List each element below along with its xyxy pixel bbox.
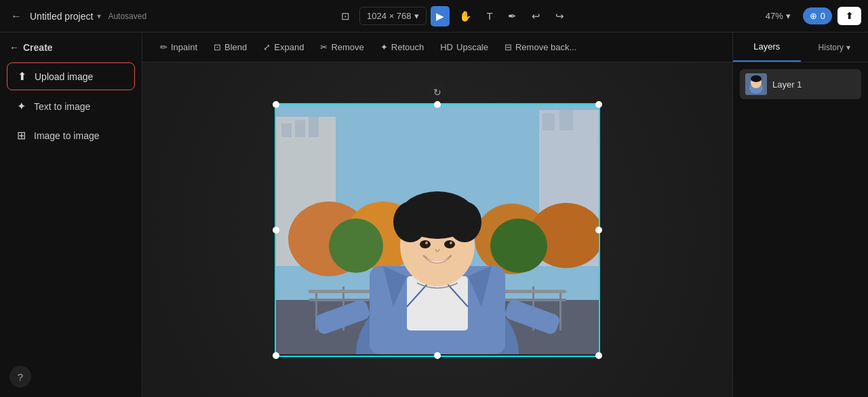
- svg-rect-4: [309, 117, 319, 137]
- svg-point-31: [393, 202, 427, 242]
- remove-bg-label: Remove back...: [515, 42, 576, 52]
- export-icon: ⬆: [846, 11, 853, 21]
- left-panel: ← Create ⬆ Upload image ✦ Text to image …: [0, 33, 142, 397]
- tab-layers[interactable]: Layers: [733, 33, 801, 62]
- svg-rect-2: [281, 124, 292, 137]
- expand-icon: ⤢: [263, 42, 271, 52]
- svg-point-34: [444, 240, 455, 248]
- main-layout: ← Create ⬆ Upload image ✦ Text to image …: [0, 33, 868, 397]
- upload-image-button[interactable]: ⬆ Upload image: [7, 62, 135, 90]
- svg-point-42: [751, 75, 762, 82]
- right-panel-tabs: Layers History ▾: [733, 33, 868, 62]
- remove-label: Remove: [331, 42, 363, 52]
- hd-icon: HD: [440, 42, 453, 52]
- blend-icon: ⊡: [214, 42, 221, 52]
- layers-tab-label: Layers: [753, 41, 780, 52]
- upload-image-icon: ⬆: [16, 70, 28, 83]
- image-to-image-label: Image to image: [34, 130, 100, 141]
- credits-button[interactable]: ⊕ 0: [803, 7, 832, 24]
- project-chevron-icon: ▾: [97, 12, 101, 21]
- svg-point-33: [420, 240, 431, 248]
- pen-tool-button[interactable]: ✒: [502, 6, 522, 26]
- blend-label: Blend: [224, 42, 247, 52]
- resolution-chevron-icon: ▾: [414, 11, 419, 21]
- select-tool-button[interactable]: ▶: [431, 6, 450, 26]
- expand-label: Expand: [274, 42, 304, 52]
- create-back-icon: ←: [9, 42, 19, 53]
- expand-button[interactable]: ⤢ Expand: [256, 39, 311, 56]
- back-button[interactable]: ←: [7, 7, 26, 25]
- zoom-value: 47%: [766, 11, 783, 21]
- svg-point-36: [450, 242, 452, 244]
- right-panel: Layers History ▾ Layer 1: [732, 33, 868, 397]
- retouch-label: Retouch: [391, 42, 424, 52]
- remove-bg-icon: ⊟: [505, 42, 512, 52]
- inpaint-icon: ✏: [160, 42, 167, 52]
- blend-button[interactable]: ⊡ Blend: [207, 39, 254, 56]
- credits-count: 0: [821, 11, 825, 21]
- svg-point-12: [329, 219, 383, 273]
- canvas-image: [275, 103, 600, 354]
- history-tab-label: History: [818, 43, 844, 52]
- svg-point-32: [448, 202, 481, 242]
- remove-button[interactable]: ✂ Remove: [313, 39, 370, 56]
- topbar-left: ← Untitled project ▾ Autosaved: [7, 7, 146, 25]
- upscale-label: Upscale: [456, 42, 488, 52]
- redo-button[interactable]: ↪: [550, 6, 570, 26]
- svg-rect-6: [542, 113, 555, 130]
- text-tool-button[interactable]: T: [481, 6, 498, 26]
- text-to-image-icon: ✦: [15, 100, 27, 113]
- svg-rect-19: [559, 290, 561, 330]
- history-chevron-icon: ▾: [846, 43, 850, 52]
- svg-rect-7: [559, 110, 573, 130]
- retouch-icon: ✦: [380, 42, 388, 52]
- zoom-level-button[interactable]: 47% ▾: [759, 7, 797, 24]
- remove-icon: ✂: [320, 42, 328, 52]
- svg-point-13: [490, 219, 547, 273]
- remove-background-button[interactable]: ⊟ Remove back...: [498, 39, 583, 56]
- layer-thumbnail: [745, 73, 767, 95]
- resolution-selector[interactable]: 1024 × 768 ▾: [359, 7, 426, 25]
- canvas-toolbar: ✏ Inpaint ⊡ Blend ⤢ Expand ✂ Remove ✦ Re…: [142, 33, 732, 62]
- canvas-image-wrapper[interactable]: ↻: [275, 103, 600, 357]
- text-to-image-label: Text to image: [34, 101, 90, 112]
- credits-icon: ⊕: [810, 11, 817, 21]
- upscale-button[interactable]: HD Upscale: [433, 39, 495, 56]
- create-header: ← Create: [0, 33, 142, 60]
- tab-history[interactable]: History ▾: [801, 33, 869, 62]
- export-button[interactable]: ⬆: [837, 7, 861, 25]
- topbar-center: ⊡ 1024 × 768 ▾ ▶ ✋ T ✒ ↩ ↪: [152, 6, 753, 26]
- text-to-image-button[interactable]: ✦ Text to image: [7, 93, 135, 119]
- fit-button[interactable]: ⊡: [336, 6, 355, 26]
- create-menu: ⬆ Upload image ✦ Text to image ⊞ Image t…: [0, 60, 142, 151]
- resolution-value: 1024 × 768: [367, 11, 411, 21]
- topbar-right: 47% ▾ ⊕ 0 ⬆: [759, 7, 861, 25]
- autosaved-status: Autosaved: [108, 12, 146, 21]
- layers-list: Layer 1: [733, 62, 868, 106]
- image-to-image-icon: ⊞: [15, 129, 27, 142]
- refresh-handle[interactable]: ↻: [428, 83, 447, 102]
- image-to-image-button[interactable]: ⊞ Image to image: [7, 122, 135, 149]
- topbar: ← Untitled project ▾ Autosaved ⊡ 1024 × …: [0, 0, 868, 33]
- retouch-button[interactable]: ✦ Retouch: [374, 39, 431, 56]
- help-button[interactable]: ?: [9, 366, 31, 387]
- svg-point-35: [425, 242, 428, 244]
- canvas-viewport[interactable]: ↻: [142, 62, 732, 397]
- panel-bottom: ?: [0, 356, 142, 397]
- upload-image-label: Upload image: [35, 71, 93, 82]
- list-item[interactable]: Layer 1: [740, 69, 861, 99]
- inpaint-button[interactable]: ✏ Inpaint: [153, 39, 204, 56]
- undo-button[interactable]: ↩: [526, 6, 546, 26]
- zoom-chevron-icon: ▾: [786, 11, 791, 21]
- create-label: Create: [23, 42, 53, 53]
- inpaint-label: Inpaint: [171, 42, 197, 52]
- project-name: Untitled project: [30, 11, 93, 22]
- svg-rect-3: [295, 120, 305, 137]
- canvas-area: ✏ Inpaint ⊡ Blend ⤢ Expand ✂ Remove ✦ Re…: [142, 33, 732, 397]
- layer-name: Layer 1: [772, 79, 802, 90]
- pan-tool-button[interactable]: ✋: [454, 6, 477, 26]
